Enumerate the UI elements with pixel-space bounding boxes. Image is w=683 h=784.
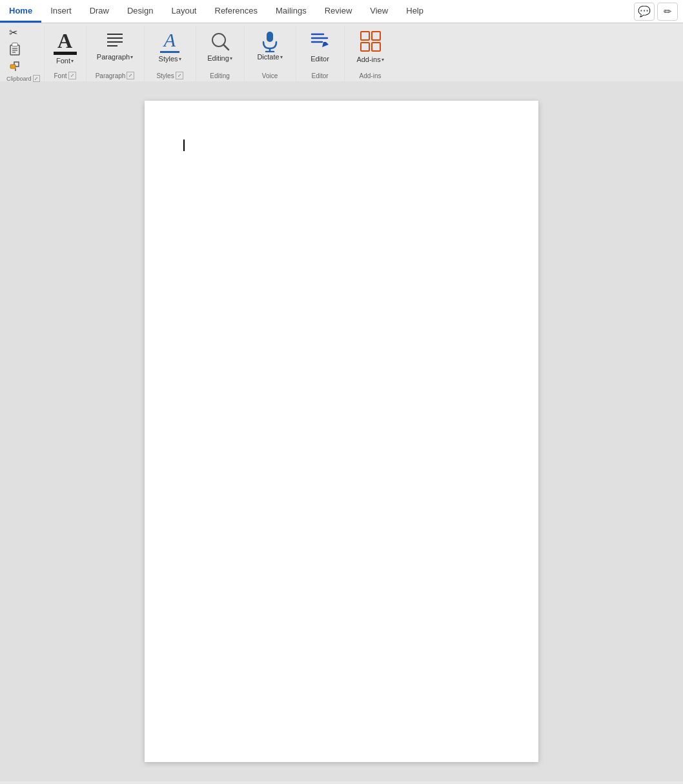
voice-group: Dictate ▾ Voice (245, 26, 296, 81)
format-painter-icon (9, 59, 21, 71)
styles-icon: A (160, 30, 179, 53)
tab-review[interactable]: Review (316, 0, 362, 23)
editing-chevron-icon: ▾ (230, 56, 232, 61)
styles-button[interactable]: A Styles ▾ (155, 28, 185, 65)
editing-label: Editing (210, 72, 230, 79)
clipboard-group: ✂ Clipboard (3, 26, 45, 81)
comment-button[interactable]: 💬 (634, 3, 655, 21)
styles-group: A Styles ▾ Styles ⤢ (145, 26, 196, 81)
tab-bar: Home Insert Draw Design Layout Reference… (0, 0, 683, 23)
styles-expand-icon[interactable]: ⤢ (176, 72, 183, 79)
paste-button[interactable] (6, 41, 40, 57)
font-icon: A (54, 30, 77, 55)
paragraph-icon (105, 30, 125, 52)
comment-icon: 💬 (638, 5, 651, 17)
editor-button[interactable]: Editor (305, 28, 335, 65)
tab-design[interactable]: Design (118, 0, 162, 23)
svg-rect-18 (372, 32, 380, 40)
document-page[interactable] (145, 101, 538, 762)
addins-group: Add-ins ▾ Add-ins (345, 26, 396, 81)
tab-home[interactable]: Home (0, 0, 41, 23)
addins-button[interactable]: Add-ins ▾ (352, 28, 387, 65)
svg-rect-19 (361, 43, 369, 51)
editing-icon (209, 30, 231, 54)
svg-rect-14 (267, 32, 273, 42)
editor-label: Editor (311, 72, 328, 79)
tab-insert[interactable]: Insert (41, 0, 81, 23)
svg-rect-17 (361, 32, 369, 40)
tab-references[interactable]: References (206, 0, 267, 23)
svg-rect-20 (372, 43, 380, 51)
pen-button[interactable]: ✏ (657, 3, 678, 21)
editor-icon (309, 30, 331, 54)
svg-line-13 (223, 45, 229, 50)
font-group: A Font ▾ Font ⤢ (45, 26, 87, 81)
voice-label: Voice (262, 72, 278, 79)
font-chevron-icon: ▾ (71, 58, 74, 64)
clipboard-expand-icon[interactable]: ⤢ (33, 75, 40, 82)
styles-label: Styles (156, 72, 174, 79)
tab-help[interactable]: Help (397, 0, 433, 23)
styles-chevron-icon: ▾ (179, 56, 181, 62)
clipboard-label: Clipboard ⤢ (6, 75, 40, 82)
paragraph-label: Paragraph (96, 72, 126, 79)
addins-icon (360, 30, 382, 55)
svg-rect-6 (10, 65, 15, 68)
format-painter-button[interactable] (6, 58, 40, 72)
paragraph-group: Paragraph ▾ Paragraph ⤢ (87, 26, 145, 81)
svg-rect-2 (12, 43, 17, 46)
font-expand-icon[interactable]: ⤢ (68, 72, 76, 79)
paragraph-button[interactable]: Paragraph ▾ (93, 28, 137, 63)
dictate-button[interactable]: Dictate ▾ (253, 28, 286, 63)
tab-mailings[interactable]: Mailings (267, 0, 316, 23)
scissors-icon: ✂ (9, 26, 17, 39)
pen-icon: ✏ (664, 6, 672, 17)
toolbar: ✂ Clipboard (0, 23, 683, 81)
font-button[interactable]: A Font ▾ (50, 28, 81, 67)
dictate-chevron-icon: ▾ (280, 54, 283, 60)
tab-layout[interactable]: Layout (162, 0, 205, 23)
paragraph-chevron-icon: ▾ (130, 54, 133, 60)
document-area (0, 81, 683, 781)
tab-draw[interactable]: Draw (81, 0, 118, 23)
addins-label: Add-ins (360, 72, 382, 79)
ribbon: Home Insert Draw Design Layout Reference… (0, 0, 683, 81)
editor-group: Editor Editor (296, 26, 345, 81)
tab-view[interactable]: View (361, 0, 397, 23)
editing-button[interactable]: Editing ▾ (203, 28, 236, 64)
font-label: Font (54, 72, 67, 79)
clipboard-icon (9, 43, 21, 56)
paragraph-expand-icon[interactable]: ⤢ (127, 72, 134, 79)
cut-button[interactable]: ✂ (6, 25, 40, 40)
microphone-icon (260, 30, 280, 52)
text-cursor (183, 139, 185, 151)
addins-chevron-icon: ▾ (382, 57, 384, 63)
editing-group: Editing ▾ Editing (196, 26, 245, 81)
